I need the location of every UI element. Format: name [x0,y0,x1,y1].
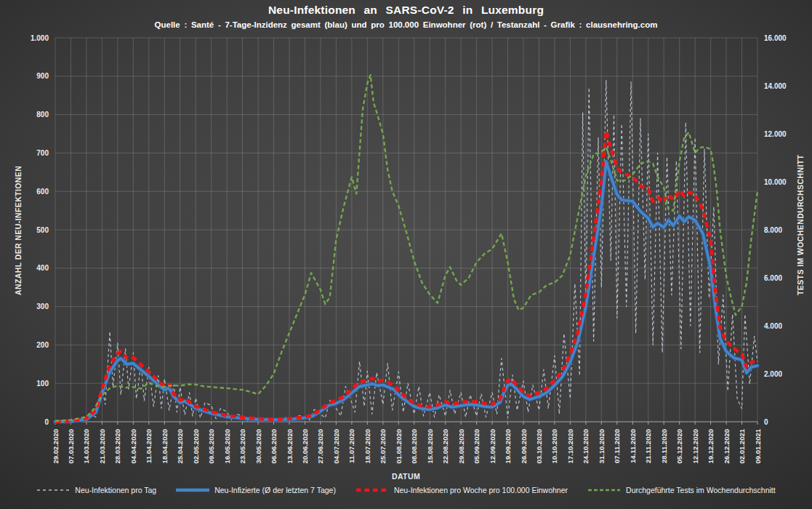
x-axis-tick-label: 12.12.2020 [691,429,699,464]
x-axis-tick-label: 07.11.2020 [613,429,621,463]
y-axis-right-tick-label: 16.000 [764,34,787,42]
x-axis-tick-label: 20.06.2020 [301,429,309,464]
y-axis-right-tick-label: 2.000 [764,370,782,378]
chart-legend: Neu-Infektionen pro TagNeu-Infizierte (Ø… [0,486,812,494]
series-3-line [55,75,757,421]
x-axis-tick-label: 02.05.2020 [192,429,200,464]
y-axis-left-tick-label: 1.000 [31,34,49,42]
x-axis-tick-label: 19.12.2020 [707,429,715,464]
x-axis-tick-label: 02.01.2021 [738,428,746,463]
x-axis-tick-label: 15.08.2020 [426,429,434,464]
x-axis-tick-label: 09.05.2020 [207,429,215,464]
y-axis-right-tick-label: 4.000 [764,322,782,330]
x-axis-tick-label: 04.07.2020 [332,429,340,464]
legend-item-3: Durchgeführte Tests im Wochendurchschnit… [587,486,776,494]
x-axis-tick-label: 11.04.2020 [145,429,153,463]
x-axis-tick-label: 11.07.2020 [347,429,355,463]
y-axis-left-tick-label: 700 [36,149,49,157]
legend-label: Neu-Infizierte (Ø der letzten 7 Tage) [214,486,336,494]
legend-item-0: Neu-Infektionen pro Tag [36,486,156,494]
y-axis-right-tick-label: 10.000 [764,178,787,186]
y-axis-left-tick-label: 100 [36,380,49,388]
y-axis-left-tick-label: 800 [36,111,49,119]
series-0-line [55,80,757,422]
y-axis-title-left: ANZAHL DER NEU-INFEKTIONEN [14,167,23,295]
x-axis-tick-label: 31.10.2020 [598,429,606,464]
legend-line-sample [355,486,389,494]
series-2-line [55,131,757,422]
x-axis-tick-label: 01.08.2020 [395,429,403,464]
y-axis-right-tick-label: 8.000 [764,226,782,234]
legend-label: Neu-Infektionen pro Woche pro 100.000 Ei… [394,486,568,494]
legend-label: Neu-Infektionen pro Tag [75,486,156,494]
x-axis-tick-label: 09.01.2021 [754,428,762,463]
y-axis-right-tick-label: 0 [764,418,768,426]
x-axis-tick-label: 29.08.2020 [457,429,465,464]
x-axis-tick-label: 16.05.2020 [223,429,231,464]
x-axis-tick-label: 24.10.2020 [582,429,590,464]
x-axis-tick-label: 25.07.2020 [379,429,387,464]
x-axis-tick-label: 18.07.2020 [363,429,371,464]
x-axis-tick-label: 13.06.2020 [286,429,294,464]
x-axis-tick-label: 21.03.2020 [98,429,106,464]
y-axis-left-tick-label: 0 [44,418,49,426]
x-axis-tick-label: 19.09.2020 [504,429,512,464]
legend-item-1: Neu-Infizierte (Ø der letzten 7 Tage) [176,486,336,494]
legend-line-sample [36,486,70,494]
x-axis-tick-label: 12.09.2020 [489,429,497,464]
x-axis-tick-label: 28.11.2020 [660,429,668,463]
legend-line-sample [587,486,621,494]
y-axis-right-tick-label: 12.000 [764,130,787,138]
y-axis-left-tick-label: 600 [36,188,49,196]
x-axis-tick-label: 22.08.2020 [441,429,449,464]
y-axis-left-tick-label: 200 [36,341,49,349]
y-axis-left-tick-label: 500 [36,226,49,234]
y-axis-right-tick-label: 6.000 [764,274,782,282]
y-axis-left-tick-label: 300 [36,302,49,310]
x-axis-tick-label: 03.10.2020 [535,429,543,464]
x-axis-tick-label: 05.09.2020 [473,429,481,464]
legend-item-2: Neu-Infektionen pro Woche pro 100.000 Ei… [355,486,568,494]
x-axis-tick-label: 07.03.2020 [67,429,75,464]
y-axis-left-tick-label: 900 [36,72,49,80]
x-axis-tick-label: 28.03.2020 [113,429,121,464]
x-axis-tick-label: 05.12.2020 [675,429,683,464]
x-axis-tick-label: 06.06.2020 [270,429,278,464]
x-axis-tick-label: 23.05.2020 [238,429,246,464]
x-axis-tick-label: 29.02.2020 [52,429,60,464]
x-axis-tick-label: 14.03.2020 [82,429,90,464]
x-axis-tick-label: 25.04.2020 [176,429,184,464]
chart-plot-area: 01002003004005006007008009001.00002.0004… [0,0,812,509]
x-axis-tick-label: 04.04.2020 [129,429,137,464]
chart-window: Neu-Infektionen an SARS-CoV-2 in Luxembu… [0,0,812,509]
legend-label: Durchgeführte Tests im Wochendurchschnit… [626,486,776,494]
x-axis-title: DATUM [0,472,812,481]
x-axis-tick-label: 17.10.2020 [566,429,574,464]
x-axis-tick-label: 10.10.2020 [550,429,558,464]
x-axis-tick-label: 30.05.2020 [254,429,262,464]
x-axis-tick-label: 27.06.2020 [316,429,324,464]
y-axis-title-right: TESTS IM WOCHENDURCHSCHNITT [796,167,805,295]
x-axis-tick-label: 08.08.2020 [410,429,418,464]
x-axis-tick-label: 14.11.2020 [629,429,637,463]
x-axis-tick-label: 18.04.2020 [161,429,169,464]
x-axis-tick-label: 21.11.2020 [644,429,652,463]
x-axis-tick-label: 26.09.2020 [520,429,528,464]
y-axis-left-tick-label: 400 [36,264,49,272]
y-axis-right-tick-label: 14.000 [764,82,787,90]
legend-line-sample [176,486,209,494]
x-axis-tick-label: 26.12.2020 [723,429,731,464]
